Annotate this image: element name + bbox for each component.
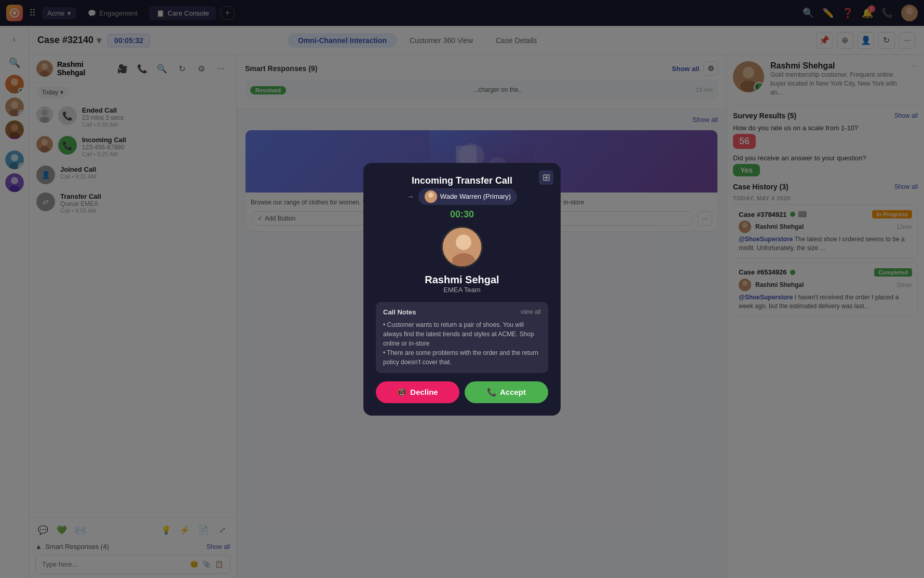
view-all-notes-link[interactable]: view all [521, 308, 541, 315]
call-notes-title: Call Notes [383, 308, 416, 316]
svg-point-41 [456, 235, 471, 250]
modal-team: EMEA Team [376, 286, 548, 294]
decline-label: Decline [410, 388, 438, 396]
accept-button[interactable]: 📞 Accept [465, 381, 548, 403]
modal-close-button[interactable]: ⊞ [539, 170, 553, 185]
modal-actions: 📵 Decline 📞 Accept [376, 381, 548, 403]
modal-subtitle: → Wade Warren (Primary) [376, 188, 548, 205]
decline-button[interactable]: 📵 Decline [376, 381, 459, 403]
modal-title: Incoming Transfer Call [376, 175, 548, 186]
arrow-icon: → [407, 192, 414, 201]
accept-label: Accept [500, 388, 526, 396]
call-notes-box: Call Notes view all • Customer wants to … [376, 302, 548, 373]
caller-avatar [425, 190, 437, 203]
call-timer: 00:30 [376, 209, 548, 220]
decline-phone-icon: 📵 [397, 388, 407, 397]
svg-point-39 [428, 192, 433, 198]
caller-name: Wade Warren (Primary) [440, 192, 511, 200]
caller-chip: Wade Warren (Primary) [418, 188, 517, 205]
accept-phone-icon: 📞 [487, 388, 497, 397]
call-notes-text: • Customer wants to return a pair of sho… [383, 320, 541, 367]
modal-overlay[interactable]: ⊞ Incoming Transfer Call → Wade Warren (… [0, 0, 924, 578]
incoming-call-modal: ⊞ Incoming Transfer Call → Wade Warren (… [363, 163, 561, 416]
modal-customer-name: Rashmi Sehgal [376, 274, 548, 286]
call-notes-header: Call Notes view all [383, 308, 541, 316]
customer-modal-avatar [441, 226, 483, 268]
